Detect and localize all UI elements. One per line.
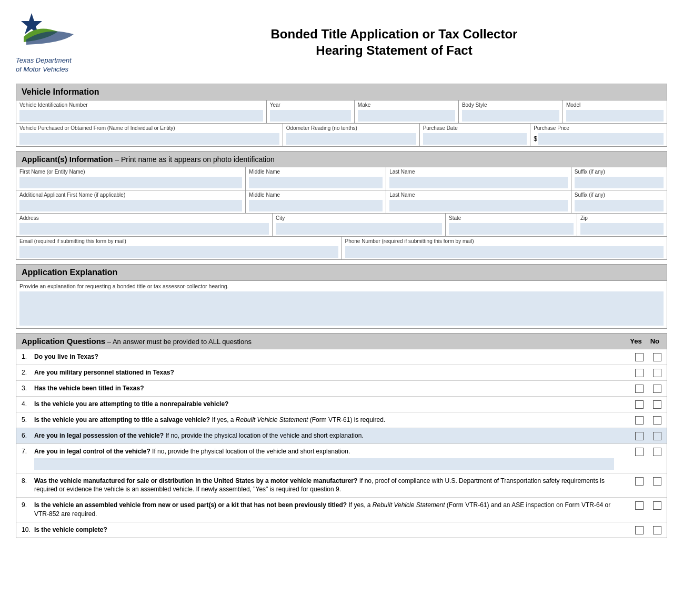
q8-yes-checkbox[interactable] [635,477,644,486]
explanation-textarea[interactable] [19,291,664,326]
question-row-6: 6. Are you in legal possession of the ve… [16,428,667,444]
odometer-input[interactable] [286,133,416,145]
purchased-from-input[interactable] [19,133,279,145]
last-name-cell: Last Name [386,167,571,190]
question-row-10: 10. Is the vehicle complete? [16,522,667,538]
q10-num: 10. [22,526,34,533]
add-middle-name-cell: Middle Name [246,190,386,213]
vehicle-row-1: Vehicle Identification Number Year Make … [16,100,667,124]
page-header: Texas Department of Motor Vehicles Bonde… [16,11,667,74]
q2-text: Are you military personnel stationed in … [34,368,619,377]
applicant-section-header: Applicant(s) Information – Print name as… [16,152,667,167]
applicant-row-1: First Name (or Entity Name) Middle Name … [16,167,667,190]
zip-input[interactable] [580,223,664,235]
q7-no-checkbox[interactable] [653,448,661,456]
main-title: Bonded Title Application or Tax Collecto… [121,26,667,58]
address-label: Address [19,215,269,221]
question-row-2: 2. Are you military personnel stationed … [16,365,667,381]
middle-name-cell: Middle Name [246,167,386,190]
q5-yes-checkbox[interactable] [635,416,644,425]
add-last-name-label: Last Name [389,192,568,198]
add-middle-name-input[interactable] [249,200,383,211]
q2-num: 2. [22,368,34,376]
add-last-name-cell: Last Name [386,190,571,213]
year-label: Year [270,102,351,108]
q4-yes-checkbox[interactable] [635,400,644,409]
vehicle-information-section: Vehicle Information Vehicle Identificati… [16,84,667,147]
q6-text: Are you in legal possession of the vehic… [34,431,619,440]
first-name-label: First Name (or Entity Name) [19,169,242,175]
q8-no-checkbox[interactable] [653,477,661,486]
add-first-name-label: Additional Applicant First Name (if appl… [19,192,242,198]
phone-input[interactable] [345,246,664,258]
make-input[interactable] [358,110,455,122]
applicant-section: Applicant(s) Information – Print name as… [16,151,667,260]
purchase-date-input[interactable] [423,133,527,145]
middle-name-input[interactable] [249,177,383,188]
q1-checkboxes [619,352,661,361]
add-middle-name-label: Middle Name [249,192,383,198]
last-name-input[interactable] [389,177,568,188]
model-label: Model [566,102,664,108]
questions-header-left: Application Questions – An answer must b… [22,337,619,346]
explanation-label: Provide an explanation for requesting a … [19,283,664,289]
q3-no-checkbox[interactable] [653,385,661,393]
q5-text: Is the vehicle you are attempting to tit… [34,416,619,425]
q6-yes-checkbox[interactable] [635,432,644,440]
q4-checkboxes [619,400,661,409]
q3-num: 3. [22,384,34,392]
question-row-7: 7. Are you in legal control of the vehic… [16,444,667,473]
body-style-cell: Body Style [459,100,563,123]
email-label: Email (required if submitting this form … [19,238,338,244]
q10-yes-checkbox[interactable] [635,526,644,534]
q9-yes-checkbox[interactable] [635,501,644,510]
q1-no-checkbox[interactable] [653,353,661,361]
state-cell: State [446,214,577,236]
purchase-price-cell: Purchase Price $ [530,124,667,146]
email-input[interactable] [19,246,338,258]
first-name-input[interactable] [19,177,242,188]
address-input[interactable] [19,223,269,235]
yes-header: Yes [630,337,641,345]
q5-no-checkbox[interactable] [653,416,661,425]
purchase-price-input[interactable] [538,133,664,145]
q2-no-checkbox[interactable] [653,369,661,377]
city-cell: City [273,214,446,236]
city-input[interactable] [276,223,442,235]
add-first-name-input[interactable] [19,200,242,211]
add-last-name-input[interactable] [389,200,568,211]
email-cell: Email (required if submitting this form … [16,237,342,259]
model-input[interactable] [566,110,664,122]
year-input[interactable] [270,110,351,122]
vin-input[interactable] [19,110,263,122]
zip-label: Zip [580,215,664,221]
q5-num: 5. [22,416,34,423]
q2-yes-checkbox[interactable] [635,369,644,377]
suffix-label: Suffix (if any) [575,169,664,175]
purchased-from-label: Vehicle Purchased or Obtained From (Name… [19,125,279,131]
suffix-input[interactable] [575,177,664,188]
applicant-row-3: Address City State Zip [16,214,667,237]
q9-no-checkbox[interactable] [653,501,661,510]
dollar-sign: $ [534,134,537,143]
q7-yes-checkbox[interactable] [635,448,644,456]
questions-section-header: Application Questions – An answer must b… [16,334,667,349]
q3-yes-checkbox[interactable] [635,385,644,393]
q4-no-checkbox[interactable] [653,400,661,409]
q9-checkboxes [619,501,661,510]
state-input[interactable] [449,223,574,235]
title-area: Bonded Title Application or Tax Collecto… [121,26,667,58]
q4-text: Is the vehicle you are attempting to tit… [34,400,619,409]
body-style-input[interactable] [462,110,559,122]
q1-yes-checkbox[interactable] [635,353,644,361]
q10-no-checkbox[interactable] [653,526,661,534]
phone-label: Phone Number (required if submitting thi… [345,238,664,244]
q6-num: 6. [22,431,34,439]
q6-no-checkbox[interactable] [653,432,661,440]
add-suffix-cell: Suffix (if any) [571,190,667,213]
q1-text: Do you live in Texas? [34,352,619,361]
add-suffix-input[interactable] [575,200,664,211]
question-row-8: 8. Was the vehicle manufactured for sale… [16,473,667,498]
odometer-label: Odometer Reading (no tenths) [286,125,416,131]
q9-num: 9. [22,501,34,509]
